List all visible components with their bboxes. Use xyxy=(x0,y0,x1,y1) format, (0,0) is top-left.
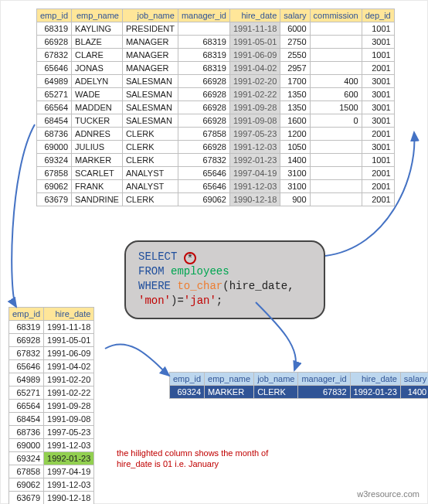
table-row: 68319KAYLINGPRESIDENT1991-11-1860001001 xyxy=(37,22,395,36)
table-row: 64989ADELYNSALESMAN669281991-02-20170040… xyxy=(37,75,395,88)
table-row: 690001991-12-03 xyxy=(9,439,94,452)
table-row: 69062FRANKANALYST656461991-12-0331002001 xyxy=(37,180,395,193)
table-row: 63679SANDRINECLERK690621990-12-189002001 xyxy=(37,193,395,206)
table-row: 65646JONASMANAGER683191991-04-0229572001 xyxy=(37,62,395,75)
col-header: salary xyxy=(280,9,310,22)
sql-table-name: employees xyxy=(171,265,229,278)
sql-from: FROM xyxy=(138,265,165,278)
col-header: hire_date xyxy=(44,308,94,321)
col-header: hire_date xyxy=(350,373,400,386)
result-table: emp_idemp_namejob_namemanager_idhire_dat… xyxy=(169,372,428,399)
col-header: emp_name xyxy=(205,373,254,386)
col-header: commission xyxy=(310,9,362,22)
table-row: 683191991-11-18 xyxy=(9,321,94,334)
highlight-note: the hilighted column shows the month of … xyxy=(117,448,271,470)
col-header: emp_id xyxy=(9,308,44,321)
sql-where: WHERE xyxy=(138,280,171,292)
sql-func: to_char xyxy=(177,280,222,292)
table-row: 66928BLAZEMANAGER683191991-05-0127503001 xyxy=(37,36,395,49)
table-row: 69324MARKERCLERK678321992-01-2314001001 xyxy=(37,154,395,167)
table-row: 69000JULIUSCLERK669281991-12-0310503001 xyxy=(37,141,395,154)
table-row: 690621991-12-03 xyxy=(9,478,94,492)
table-row: 687361997-05-23 xyxy=(9,426,94,439)
col-header: manager_id xyxy=(298,373,350,386)
sql-query-box: SELECT * FROM employees WHERE to_char(hi… xyxy=(124,240,325,319)
table-row: 669281991-05-01 xyxy=(9,334,94,347)
sql-select: SELECT xyxy=(138,250,177,263)
table-row: 67832CLAREMANAGER683191991-06-0925501001 xyxy=(37,49,395,62)
table-row: 693241992-01-23 xyxy=(9,452,94,465)
table-row: 636791990-12-18 xyxy=(9,492,94,505)
table-row: 656461991-04-02 xyxy=(9,360,94,373)
table-row: 684541991-09-08 xyxy=(9,413,94,426)
employees-table: emp_idemp_namejob_namemanager_idhire_dat… xyxy=(36,9,395,206)
table-row: 68454TUCKERSALESMAN669281991-09-08160003… xyxy=(37,114,395,128)
table-row: 69324MARKERCLERK678321992-01-231400 xyxy=(170,386,429,399)
table-row: 649891991-02-20 xyxy=(9,373,94,387)
table-row: 67858SCARLETANALYST656461997-04-19310020… xyxy=(37,167,395,180)
table-row: 665641991-09-28 xyxy=(9,400,94,413)
diagram-canvas: emp_idemp_namejob_namemanager_idhire_dat… xyxy=(0,0,428,504)
table-row: 65271WADESALESMAN669281991-02-2213506003… xyxy=(37,88,395,101)
table-row: 66564MADDENSALESMAN669281991-09-28135015… xyxy=(37,101,395,114)
col-header: job_name xyxy=(254,373,298,386)
col-header: salary xyxy=(400,373,428,386)
hire-date-table: emp_idhire_date683191991-11-18669281991-… xyxy=(8,307,94,504)
col-header: emp_name xyxy=(72,9,123,22)
col-header: emp_id xyxy=(170,373,205,386)
table-row: 678581997-04-19 xyxy=(9,465,94,478)
col-header: hire_date xyxy=(229,9,280,22)
sql-star-circled: * xyxy=(184,252,196,264)
col-header: emp_id xyxy=(37,9,72,22)
source-attribution: w3resource.com xyxy=(357,489,420,499)
col-header: manager_id xyxy=(178,9,229,22)
table-row: 68736ADNRESCLERK678581997-05-2312002001 xyxy=(37,128,395,141)
table-row: 652711991-02-22 xyxy=(9,387,94,400)
col-header: dep_id xyxy=(362,9,394,22)
col-header: job_name xyxy=(122,9,178,22)
table-row: 678321991-06-09 xyxy=(9,347,94,360)
